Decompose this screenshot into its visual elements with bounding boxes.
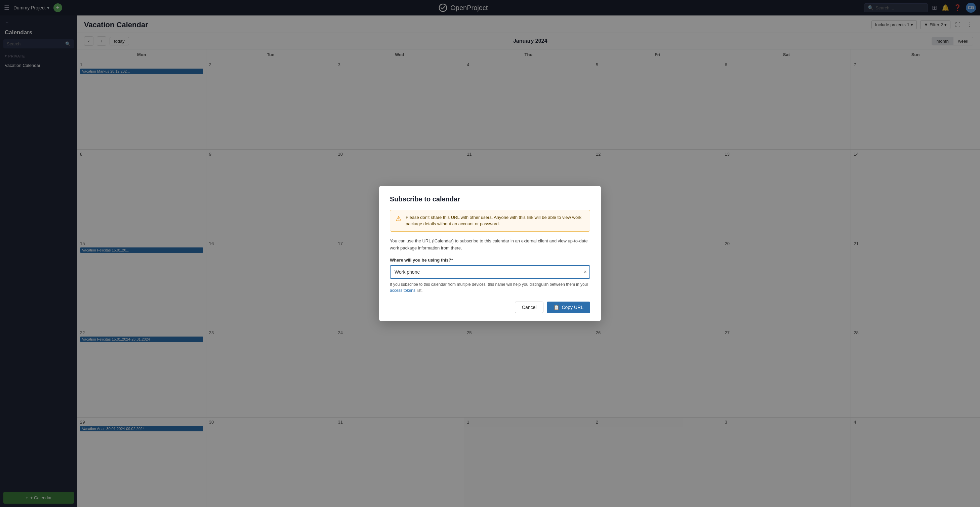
modal-description: You can use the URL (iCalendar) to subsc… [390, 238, 590, 252]
modal-input-wrap: × [390, 265, 590, 279]
cancel-button[interactable]: Cancel [515, 301, 544, 313]
modal-title: Subscribe to calendar [390, 195, 590, 203]
warning-text: Please don't share this URL with other u… [406, 214, 584, 227]
modal-hint: If you subscribe to this calendar from m… [390, 281, 590, 293]
access-tokens-link[interactable]: access tokens [390, 288, 415, 293]
modal-overlay[interactable]: Subscribe to calendar ⚠ Please don't sha… [0, 0, 980, 507]
clear-input-button[interactable]: × [584, 269, 587, 275]
modal-field-label: Where will you be using this?* [390, 258, 590, 263]
copy-url-button[interactable]: 📋 Copy URL [547, 301, 590, 313]
warning-icon: ⚠ [396, 215, 402, 223]
warning-box: ⚠ Please don't share this URL with other… [390, 210, 590, 232]
subscribe-calendar-modal: Subscribe to calendar ⚠ Please don't sha… [379, 186, 601, 321]
copy-icon: 📋 [554, 305, 559, 310]
modal-actions: Cancel 📋 Copy URL [390, 301, 590, 313]
calendar-name-input[interactable] [390, 265, 590, 279]
